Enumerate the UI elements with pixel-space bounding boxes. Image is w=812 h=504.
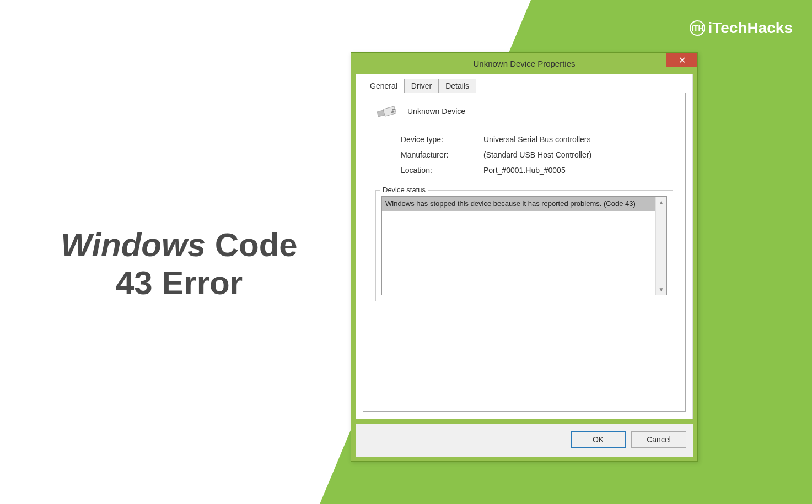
logo-text: iTechHacks <box>708 19 793 37</box>
dialog-title: Unknown Device Properties <box>351 59 697 68</box>
device-header: Unknown Device <box>372 103 676 120</box>
headline-italic: Windows <box>61 226 206 263</box>
tab-general[interactable]: General <box>363 79 405 93</box>
row-location: Location: Port_#0001.Hub_#0005 <box>401 166 676 175</box>
headline-line2: 43 Error <box>116 264 243 301</box>
device-type-label: Device type: <box>401 135 483 144</box>
brand-logo: iTH iTechHacks <box>690 19 793 37</box>
scroll-down-icon[interactable]: ▼ <box>656 284 666 295</box>
tab-details[interactable]: Details <box>438 79 476 93</box>
headline-rest: Code <box>206 226 298 263</box>
usb-connector-icon <box>377 103 397 120</box>
tab-strip: General Driver Details <box>363 79 686 93</box>
dialog-button-row: OK Cancel <box>356 424 693 457</box>
tab-driver[interactable]: Driver <box>404 79 439 93</box>
scroll-track[interactable] <box>656 208 666 284</box>
page-headline: Windows Code 43 Error <box>36 226 322 302</box>
device-name-label: Unknown Device <box>407 107 465 116</box>
device-status-textbox[interactable]: Windows has stopped this device because … <box>381 196 667 295</box>
status-text-area: Windows has stopped this device because … <box>382 197 655 295</box>
tab-content-general: Unknown Device Device type: Universal Se… <box>363 93 686 412</box>
dialog-titlebar[interactable]: Unknown Device Properties ✕ <box>351 53 697 74</box>
device-properties-dialog: Unknown Device Properties ✕ General Driv… <box>351 52 698 462</box>
device-type-value: Universal Serial Bus controllers <box>483 135 591 144</box>
location-label: Location: <box>401 166 483 175</box>
close-icon: ✕ <box>679 55 686 66</box>
device-status-fieldset: Device status Windows has stopped this d… <box>375 190 673 301</box>
location-value: Port_#0001.Hub_#0005 <box>483 166 566 175</box>
row-manufacturer: Manufacturer: (Standard USB Host Control… <box>401 150 676 159</box>
cancel-button[interactable]: Cancel <box>631 431 686 448</box>
row-device-type: Device type: Universal Serial Bus contro… <box>401 135 676 144</box>
ok-button[interactable]: OK <box>571 431 626 448</box>
status-message: Windows has stopped this device because … <box>382 197 655 211</box>
device-status-legend: Device status <box>380 186 428 194</box>
dialog-body: General Driver Details Unknown Device De… <box>356 74 693 419</box>
scroll-up-icon[interactable]: ▲ <box>656 197 666 208</box>
logo-badge-icon: iTH <box>690 20 705 36</box>
manufacturer-value: (Standard USB Host Controller) <box>483 150 591 159</box>
manufacturer-label: Manufacturer: <box>401 150 483 159</box>
close-button[interactable]: ✕ <box>666 53 697 67</box>
status-scrollbar[interactable]: ▲ ▼ <box>655 197 666 295</box>
device-info-table: Device type: Universal Serial Bus contro… <box>372 135 676 175</box>
